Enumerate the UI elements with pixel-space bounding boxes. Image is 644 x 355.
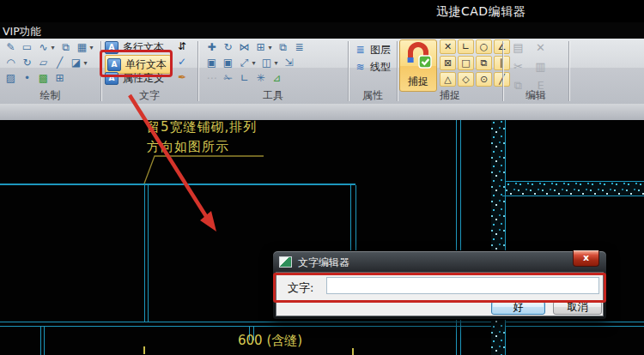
- edit-attribute-icon[interactable]: ✒: [175, 71, 189, 84]
- paste-origin-icon[interactable]: ▣: [222, 57, 234, 69]
- ribbon-section-snap: 捕捉 ✕∟○∠⊠□⧉∥△◇⊙╱ 捕捉: [398, 39, 502, 104]
- draw-rectangle-icon[interactable]: ▭: [21, 41, 33, 54]
- dialog-body: 文字: 好 取消: [276, 272, 604, 316]
- wall-line: [40, 327, 41, 355]
- wall-line: [44, 327, 45, 355]
- wall-line: [0, 184, 355, 185]
- draw-arc-icon[interactable]: ◠: [4, 57, 17, 69]
- snap-insertion-icon[interactable]: ◇: [458, 72, 474, 87]
- wall-line: [502, 196, 644, 196]
- copy-icon[interactable]: ▥: [534, 59, 547, 72]
- draw-polyline-icon[interactable]: ∿: [37, 41, 50, 54]
- ribbon-bottom-strip: [0, 104, 644, 121]
- linetype-button[interactable]: ≋ 线型: [354, 60, 391, 75]
- text-style-icon[interactable]: ⇵: [175, 40, 189, 53]
- dropdown-arrow-icon[interactable]: ▾: [50, 41, 56, 54]
- move-icon[interactable]: ✚: [205, 41, 218, 54]
- tools-row-3: ⋯✁∟✳⊿: [205, 72, 283, 85]
- dropdown-arrow-icon[interactable]: ▾: [251, 57, 257, 69]
- paste-block-icon[interactable]: ▣: [205, 57, 218, 69]
- ok-button[interactable]: 好: [491, 301, 545, 315]
- draw-row-3: ▨•▩⊞: [4, 72, 66, 85]
- snap-perpendicular-icon[interactable]: ∟: [458, 39, 474, 54]
- section-label-text: 文字: [101, 88, 197, 103]
- dimension-label-600: 600 (含缝): [238, 333, 302, 349]
- draw-region-icon[interactable]: ◪: [70, 57, 82, 69]
- scale-icon[interactable]: ⤢: [238, 57, 251, 69]
- measure-icon[interactable]: ⊿: [270, 72, 283, 85]
- draw-revision-cloud-icon[interactable]: ↻: [21, 57, 33, 69]
- dropdown-arrow-icon[interactable]: ▾: [88, 41, 94, 54]
- snap-node-icon[interactable]: □: [458, 56, 474, 70]
- dropdown-arrow-icon[interactable]: ▾: [267, 41, 273, 54]
- draw-point-icon[interactable]: •: [21, 72, 33, 85]
- tools-row-2: ▣▣⤢▾◫▾⇲: [205, 57, 295, 69]
- title-bar: 迅捷CAD编辑器: [0, 0, 644, 22]
- app-window: 迅捷CAD编辑器 VIP功能 ✎▭∿▾⧉▦▾ ◠↻▱╱◪▾ ▨•▩⊞ 绘制 A …: [0, 0, 644, 355]
- ribbon-section-properties: ≣ 图层 ≋ 线型 属性: [349, 39, 397, 104]
- cut-icon[interactable]: ✂: [512, 59, 525, 72]
- delete-icon[interactable]: ✕: [534, 40, 547, 53]
- tools-row-1: ✚↻⋈⊞▾⧉≣: [205, 41, 306, 54]
- text-editor-dialog: 文字编辑器 x 文字: 好 取消: [272, 250, 607, 320]
- draw-table-icon[interactable]: ⊞: [53, 72, 66, 85]
- dialog-close-button[interactable]: x: [573, 250, 599, 267]
- snap-quadrant-icon[interactable]: ⧉: [476, 56, 492, 70]
- ribbon-section-draw: ✎▭∿▾⧉▦▾ ◠↻▱╱◪▾ ▨•▩⊞ 绘制: [0, 39, 100, 104]
- snap-intersection-icon[interactable]: ✕: [440, 39, 456, 54]
- draw-line-icon[interactable]: ✎: [4, 41, 17, 54]
- copy-object-icon[interactable]: ⧉: [276, 41, 289, 54]
- insert-block-icon[interactable]: ⧉: [59, 41, 72, 54]
- align-icon[interactable]: ≣: [293, 41, 306, 54]
- hatch-band-horizontal: [506, 182, 644, 196]
- array-icon[interactable]: ⊞: [254, 41, 267, 54]
- draw-row-1: ✎▭∿▾⧉▦▾: [4, 41, 94, 54]
- stretch-icon[interactable]: ⇲: [283, 57, 295, 69]
- dialog-title: 文字编辑器: [298, 256, 349, 270]
- dropdown-arrow-icon[interactable]: ▾: [273, 57, 279, 69]
- layer-button[interactable]: ≣ 图层: [354, 43, 391, 57]
- snap-tangent-icon[interactable]: ⊙: [476, 72, 492, 87]
- draw-boundary-icon[interactable]: ▦: [76, 41, 88, 54]
- window-title: 迅捷CAD编辑器: [436, 4, 526, 20]
- dialog-app-icon: [279, 256, 292, 268]
- snap-midpoint-icon[interactable]: ⊠: [440, 56, 456, 70]
- draw-copy-icon[interactable]: ▱: [37, 57, 50, 69]
- section-label-draw: 绘制: [0, 88, 100, 103]
- draw-hatch-icon[interactable]: ▨: [4, 72, 17, 85]
- wall-line: [350, 185, 351, 251]
- snap-mode-grid: ✕∟○∠⊠□⧉∥△◇⊙╱: [440, 39, 510, 87]
- annotation-box-single-line-text: [100, 50, 173, 77]
- snap-nearest-icon[interactable]: △: [440, 72, 456, 87]
- trim-icon[interactable]: ✁: [222, 72, 234, 85]
- layers-icon: ≣: [354, 44, 367, 57]
- fillet-icon[interactable]: ∟: [238, 72, 251, 85]
- annotation-box-text-field: [273, 273, 606, 303]
- wall-line: [0, 326, 644, 327]
- insert-image-icon[interactable]: ▩: [37, 72, 50, 85]
- snap-center-icon[interactable]: ○: [476, 39, 492, 54]
- grip-dots-icon[interactable]: ⋯: [205, 72, 218, 85]
- explode-icon[interactable]: ✳: [254, 72, 267, 85]
- magnet-icon: [404, 42, 433, 69]
- snap-toggle-button[interactable]: 捕捉: [399, 39, 437, 92]
- linetype-label: 线型: [370, 60, 391, 75]
- mirror-icon[interactable]: ⋈: [238, 41, 251, 54]
- draw-construction-line-icon[interactable]: ╱: [53, 57, 66, 69]
- wall-line: [0, 322, 644, 322]
- spell-check-icon[interactable]: ✓: [175, 56, 189, 69]
- section-label-snap: 捕捉: [398, 88, 502, 103]
- layer-label: 图层: [370, 43, 391, 57]
- dialog-title-bar[interactable]: 文字编辑器 x: [276, 251, 604, 272]
- section-label-edit: 编辑: [503, 88, 568, 103]
- wall-line: [148, 185, 149, 322]
- cancel-button[interactable]: 取消: [553, 301, 602, 315]
- ribbon-toolbar: ✎▭∿▾⧉▦▾ ◠↻▱╱◪▾ ▨•▩⊞ 绘制 A 多行文本 ⇵ A 单行文本 ✓…: [0, 39, 644, 104]
- cad-note-line1: 留5宽缝铺砌,排列: [147, 119, 257, 135]
- dropdown-arrow-icon[interactable]: ▾: [82, 57, 88, 69]
- cad-note-line2: 方向如图所示: [147, 139, 229, 155]
- offset-icon[interactable]: ◫: [260, 57, 273, 69]
- paste-icon[interactable]: ▤: [512, 40, 525, 53]
- rotate-icon[interactable]: ↻: [222, 41, 234, 54]
- ribbon-section-tools: ✚↻⋈⊞▾⧉≣ ▣▣⤢▾◫▾⇲ ⋯✁∟✳⊿ 工具: [198, 39, 348, 104]
